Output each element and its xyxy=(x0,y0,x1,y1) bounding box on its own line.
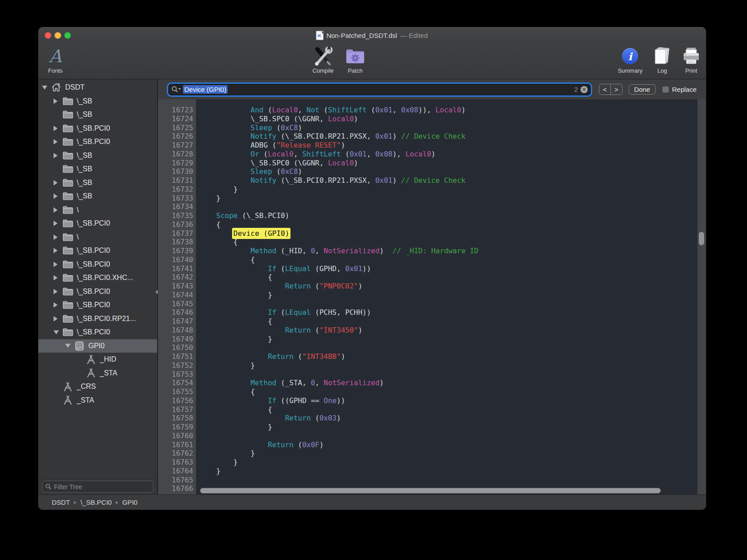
line-number: 16732 xyxy=(158,185,193,194)
line-number: 16738 xyxy=(158,238,193,247)
close-button[interactable] xyxy=(45,32,51,39)
line-number: 16757 xyxy=(158,405,193,414)
tree-row-label: \_SB.PCI0.XHC... xyxy=(77,274,133,282)
match-count: 2 xyxy=(574,86,578,93)
tree-row-sb[interactable]: \_SB xyxy=(38,149,157,163)
disclosure-right-icon[interactable] xyxy=(54,262,62,267)
tree-row-sbpci0rp21[interactable]: \_SB.PCI0.RP21... xyxy=(38,312,157,326)
folder-icon xyxy=(62,124,73,133)
line-number: 16743 xyxy=(158,282,193,291)
tree-row-sb[interactable]: \_SB xyxy=(38,162,157,176)
fonts-icon: A xyxy=(49,47,62,65)
search-menu-icon[interactable] xyxy=(171,86,181,93)
log-button[interactable]: Log xyxy=(653,45,671,74)
disclosure-right-icon[interactable] xyxy=(54,302,62,308)
tree-row-sbpci0[interactable]: \_SB.PCI0 xyxy=(38,217,157,231)
disclosure-right-icon[interactable] xyxy=(54,248,62,253)
disclosure-right-icon[interactable] xyxy=(54,194,62,199)
disclosure-right-icon[interactable] xyxy=(54,180,62,185)
disclosure-right-icon[interactable] xyxy=(54,139,62,144)
disclosure-right-icon[interactable] xyxy=(54,153,62,158)
patch-button[interactable]: Patch xyxy=(344,45,367,74)
print-button[interactable]: Print xyxy=(682,45,701,74)
done-button[interactable]: Done xyxy=(629,84,656,95)
disclosure-down-icon[interactable] xyxy=(42,86,51,90)
vertical-scrollbar-track[interactable] xyxy=(697,99,706,494)
tree-row-gpi0[interactable]: GPI0 xyxy=(38,339,157,353)
line-number: 16735 xyxy=(158,211,193,220)
disclosure-right-icon[interactable] xyxy=(54,275,62,280)
line-number: 16723 xyxy=(158,106,193,115)
info-icon: i xyxy=(622,48,638,64)
zoom-button[interactable] xyxy=(64,32,71,39)
breadcrumb-item[interactable]: \_SB.PCI0 xyxy=(80,498,112,506)
tree-row-label: GPI0 xyxy=(88,342,104,350)
breadcrumb-item[interactable]: DSDT xyxy=(52,498,70,506)
code-area[interactable]: 1672316724167251672616727167281672916730… xyxy=(158,99,706,494)
fonts-button[interactable]: A Fonts xyxy=(44,45,66,74)
code-line: { xyxy=(199,387,697,396)
document-proxy-icon[interactable] xyxy=(316,31,323,40)
tree-row-[interactable]: \ xyxy=(38,203,157,217)
code-line: Return (0x03) xyxy=(199,414,697,423)
find-previous-button[interactable]: < xyxy=(599,84,611,95)
tree-row-label: \_SB xyxy=(77,111,92,119)
tree-row-sbpci0[interactable]: \_SB.PCI0 xyxy=(38,244,157,258)
tree-row-sb[interactable]: \_SB xyxy=(38,176,157,190)
tree-row-dsdt[interactable]: DSDT xyxy=(38,81,157,95)
folder-icon xyxy=(62,260,73,269)
filter-tree-input[interactable]: Filter Tree xyxy=(42,481,154,493)
tree-row-sbpci0[interactable]: \_SB.PCI0 xyxy=(38,135,157,149)
disclosure-right-icon[interactable] xyxy=(54,289,62,294)
line-number: 16745 xyxy=(158,300,193,309)
tree-row-hid[interactable]: _HID xyxy=(38,353,157,366)
code-editor[interactable]: And (Local0, Not (ShiftLeft (0x01, 0x08)… xyxy=(196,99,697,494)
breadcrumb-item[interactable]: GPI0 xyxy=(122,498,137,506)
replace-checkbox[interactable] xyxy=(662,86,669,93)
tree-row-sbpci0xhc[interactable]: \_SB.PCI0.XHC... xyxy=(38,271,157,285)
folder-icon xyxy=(62,314,73,323)
tree-row-sbpci0[interactable]: \_SB.PCI0 xyxy=(38,122,157,136)
tree-row-sbpci0[interactable]: \_SB.PCI0 xyxy=(38,258,157,272)
clear-search-icon[interactable]: ✕ xyxy=(581,86,588,93)
disclosure-right-icon[interactable] xyxy=(54,316,62,321)
tree-row-sbpci0[interactable]: \_SB.PCI0 xyxy=(38,298,157,312)
line-number: 16728 xyxy=(158,150,193,159)
line-number: 16736 xyxy=(158,220,193,229)
print-label: Print xyxy=(685,67,697,74)
line-number: 16761 xyxy=(158,441,193,449)
tree-row-sb[interactable]: \_SB xyxy=(38,95,157,108)
tree-row-sbpci0[interactable]: \_SB.PCI0 xyxy=(38,325,157,339)
vertical-scrollbar-thumb[interactable] xyxy=(699,232,704,245)
line-number: 16748 xyxy=(158,326,193,335)
disclosure-right-icon[interactable] xyxy=(54,207,62,213)
code-line xyxy=(199,432,697,441)
code-line xyxy=(199,300,697,309)
horizontal-scrollbar-thumb[interactable] xyxy=(200,488,661,494)
tree-row-sbpci0[interactable]: \_SB.PCI0 xyxy=(38,285,157,299)
disclosure-right-icon[interactable] xyxy=(54,126,62,131)
folder-icon xyxy=(62,151,73,160)
tree-row-sta[interactable]: _STA xyxy=(38,366,157,380)
tree-row-sb[interactable]: \_SB xyxy=(38,189,157,203)
filter-bar: Filter Tree xyxy=(38,478,157,494)
disclosure-right-icon[interactable] xyxy=(54,235,62,240)
disclosure-down-icon[interactable] xyxy=(54,330,62,334)
tree-row-label: _STA xyxy=(100,369,117,377)
line-number: 16741 xyxy=(158,264,193,273)
tree-row-sta[interactable]: _STA xyxy=(38,394,157,408)
tree-row-label: \_SB xyxy=(77,165,92,173)
summary-button[interactable]: i Summary xyxy=(618,45,643,74)
tree-row-sb[interactable]: \_SB xyxy=(38,108,157,122)
find-input[interactable]: Device (GPI0) 2 ✕ xyxy=(169,84,590,95)
disclosure-right-icon[interactable] xyxy=(54,99,62,104)
disclosure-down-icon[interactable] xyxy=(65,344,74,348)
find-next-button[interactable]: > xyxy=(611,84,622,95)
code-line: If ((GPHD == One)) xyxy=(199,396,697,405)
tree-row-[interactable]: \ xyxy=(38,231,157,244)
compile-button[interactable]: Compile xyxy=(308,45,338,74)
tree-row-crs[interactable]: _CRS xyxy=(38,380,157,394)
minimize-button[interactable] xyxy=(54,32,61,39)
fonts-label: Fonts xyxy=(48,67,63,74)
disclosure-right-icon[interactable] xyxy=(54,221,62,226)
